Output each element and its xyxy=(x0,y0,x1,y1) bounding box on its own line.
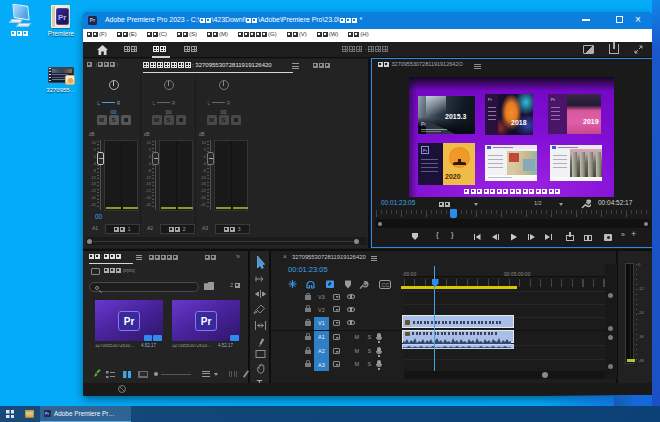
svg-text:CC: CC xyxy=(382,282,390,288)
